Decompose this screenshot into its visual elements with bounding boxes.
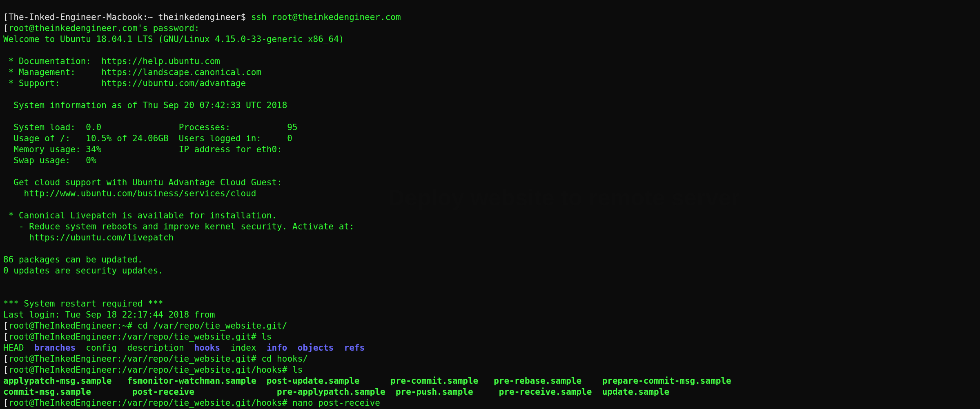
cloud-line: http://www.ubuntu.com/business/services/… (3, 189, 256, 198)
ls-output-hooks-row: applypatch-msg.sample fsmonitor-watchman… (3, 376, 731, 386)
welcome-line: Welcome to Ubuntu 18.04.1 LTS (GNU/Linux… (3, 34, 344, 44)
restart-line: *** System restart required *** (3, 299, 163, 309)
doc-line: * Documentation: https://help.ubuntu.com (3, 56, 220, 66)
cloud-line: Get cloud support with Ubuntu Advantage … (3, 178, 282, 187)
livepatch-line: - Reduce system reboots and improve kern… (3, 222, 354, 231)
ls-output-hooks-row: commit-msg.sample post-receive pre-apply… (3, 387, 669, 397)
packages-line: 86 packages can be updated. (3, 255, 143, 265)
packages-line: 0 updates are security updates. (3, 266, 163, 276)
prompt-line-active[interactable]: [root@TheInkedEngineer:/var/repo/tie_web… (3, 398, 380, 408)
support-line: * Support: https://ubuntu.com/advantage (3, 78, 246, 88)
lastlogin-line: Last login: Tue Sep 18 22:17:44 2018 fro… (3, 310, 215, 320)
password-prompt: root@theinkedengineer.com's password: (9, 23, 200, 33)
terminal-line: [The-Inked-Engineer-Macbook:~ theinkeden… (3, 12, 401, 22)
sysinfo-line: Memory usage: 34% IP address for eth0: (3, 144, 282, 154)
ls-output-repo: HEAD branches config description hooks i… (3, 343, 365, 353)
prompt-line: [root@TheInkedEngineer:/var/repo/tie_web… (3, 354, 308, 364)
livepatch-line: https://ubuntu.com/livepatch (3, 233, 174, 242)
mgmt-line: * Management: https://landscape.canonica… (3, 67, 261, 77)
prompt-line: [root@TheInkedEngineer:~# cd /var/repo/t… (3, 321, 287, 331)
prompt-line: [root@TheInkedEngineer:/var/repo/tie_web… (3, 365, 303, 375)
terminal-window[interactable]: [The-Inked-Engineer-Macbook:~ theinkeden… (3, 1, 731, 409)
livepatch-line: * Canonical Livepatch is available for i… (3, 211, 277, 220)
sysinfo-line: System load: 0.0 Processes: 95 (3, 122, 298, 132)
terminal-line: [ (3, 23, 9, 33)
sysinfo-header: System information as of Thu Sep 20 07:4… (3, 100, 287, 110)
sysinfo-line: Swap usage: 0% (3, 156, 96, 165)
prompt-line: [root@TheInkedEngineer:/var/repo/tie_web… (3, 332, 272, 342)
sysinfo-line: Usage of /: 10.5% of 24.06GB Users logge… (3, 133, 292, 143)
